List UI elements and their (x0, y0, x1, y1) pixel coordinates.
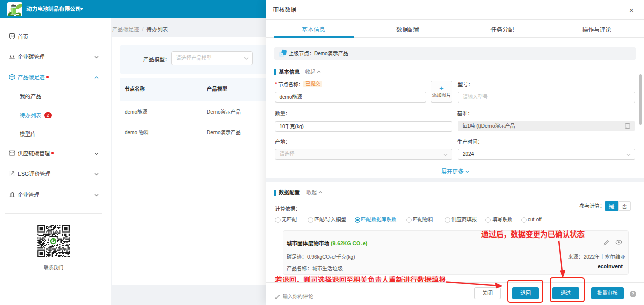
svg-text:c: c (11, 56, 13, 59)
